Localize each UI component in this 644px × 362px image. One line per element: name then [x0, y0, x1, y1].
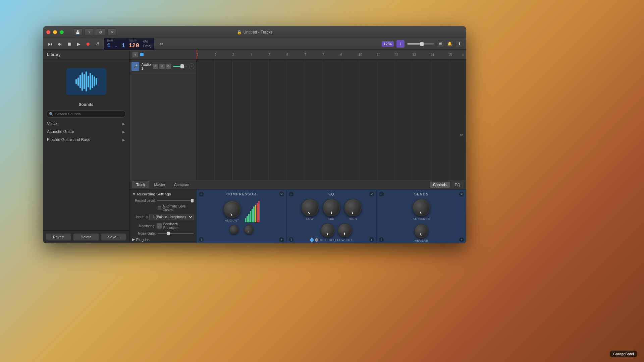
- record-button[interactable]: ⏺: [84, 40, 92, 48]
- timeline-content[interactable]: [197, 60, 466, 180]
- maximize-button[interactable]: [60, 30, 64, 34]
- master-volume-slider[interactable]: [407, 43, 434, 45]
- compressor-power-button[interactable]: ○: [199, 191, 204, 197]
- minimize-button[interactable]: [53, 30, 57, 34]
- eq-mid-node[interactable]: [315, 238, 318, 242]
- help-icon[interactable]: ?: [85, 28, 94, 36]
- tab-master[interactable]: Master: [150, 181, 169, 188]
- eq-high-knob[interactable]: [344, 199, 362, 216]
- eq-button[interactable]: EQ: [451, 182, 464, 188]
- sends-ambience-knob[interactable]: [413, 199, 430, 216]
- save-button[interactable]: Save...: [101, 233, 126, 241]
- library-header: Library: [43, 50, 129, 60]
- monitoring-icon[interactable]: 🎧: [157, 223, 162, 229]
- view-buttons: ⊞ 🔔 ⬆: [437, 41, 463, 47]
- track-header-area: + 1 2 3 4 5 6 7 8 9: [129, 50, 466, 60]
- plugins-header[interactable]: ▶ Plug-ins: [132, 237, 194, 242]
- compressor-amount-label: AMOUNT: [225, 219, 239, 222]
- library-item-acoustic[interactable]: Acoustic Guitar ▶: [43, 128, 129, 136]
- eq-low-knob[interactable]: [301, 199, 319, 216]
- sends-info-button[interactable]: i: [379, 237, 384, 242]
- compressor-knob2[interactable]: [229, 225, 239, 234]
- record-level-row: Record Level:: [132, 199, 194, 202]
- bottom-tabs: Track Master Compare Controls EQ ✏: [129, 180, 466, 189]
- settings-icon[interactable]: ⚙: [96, 28, 105, 36]
- tab-track[interactable]: Track: [132, 181, 149, 188]
- compressor-info-button[interactable]: i: [199, 237, 204, 242]
- record-level-thumb[interactable]: [191, 199, 194, 202]
- rewind-button[interactable]: ⏮: [46, 40, 54, 48]
- library-spacer: [43, 144, 129, 230]
- rs-triangle-icon[interactable]: ▼: [132, 192, 136, 196]
- compressor-section: ○ ✕ COMPRESSOR AMOUNT: [197, 189, 286, 243]
- bottom-pencil-icon[interactable]: ✏: [460, 132, 464, 137]
- compressor-amount-knob[interactable]: [223, 200, 241, 218]
- bar-10: 10: [358, 53, 362, 56]
- bar-2: 2: [215, 53, 217, 56]
- count-in-button[interactable]: 1234: [382, 41, 394, 47]
- revert-button[interactable]: Revert: [46, 233, 71, 241]
- compressor-knob3[interactable]: [244, 225, 254, 234]
- sends-reverb-knob[interactable]: [414, 224, 428, 238]
- sends-title: SENDS: [379, 192, 464, 196]
- play-button[interactable]: ▶: [74, 40, 83, 48]
- close-button[interactable]: [46, 30, 50, 34]
- zoom-button[interactable]: ⊞: [462, 53, 464, 56]
- compressor-expand-button[interactable]: +: [279, 237, 284, 242]
- eq-low-label: LOW: [306, 217, 314, 221]
- metronome-button[interactable]: ♩: [396, 40, 405, 48]
- controls-button[interactable]: Controls: [430, 182, 450, 188]
- bar-4: 4: [251, 53, 253, 56]
- eq-midfreq-group: MID FREQ: [320, 223, 336, 242]
- tab-compare[interactable]: Compare: [170, 181, 193, 188]
- save-icon[interactable]: 💾: [73, 28, 83, 36]
- track-volume-thumb[interactable]: [180, 64, 184, 68]
- noise-gate-thumb[interactable]: [167, 232, 170, 235]
- library-item-electric[interactable]: Electric Guitar and Bass ▶: [43, 136, 129, 144]
- add-track-button[interactable]: +: [132, 52, 138, 58]
- track-pan-knob[interactable]: ○: [189, 63, 194, 69]
- tracks-sidebar: 🎤 Audio 1 R M ⚙ ○: [129, 60, 197, 180]
- eq-mid-node-group: [315, 238, 318, 242]
- eq-mid-knob[interactable]: [323, 199, 340, 216]
- eq-close-button[interactable]: ✕: [369, 191, 374, 197]
- delete-button[interactable]: Delete: [73, 233, 99, 241]
- record-level-slider[interactable]: [157, 200, 194, 201]
- track-record-btn[interactable]: R: [153, 64, 158, 69]
- library-bottom-controls: Revert Delete Save...: [43, 230, 129, 243]
- track-settings-btn[interactable]: ⚙: [166, 64, 171, 69]
- search-input[interactable]: [46, 110, 126, 118]
- noise-gate-slider[interactable]: [158, 233, 194, 234]
- sends-close-button[interactable]: ✕: [459, 191, 464, 197]
- auto-level-checkbox[interactable]: [158, 206, 161, 210]
- garageband-label: GarageBand: [613, 352, 634, 356]
- snap-icon[interactable]: [140, 53, 144, 56]
- track-name: Audio 1: [141, 62, 151, 70]
- cycle-button[interactable]: ↺: [93, 40, 101, 48]
- notifications-button[interactable]: 🔔: [446, 41, 453, 47]
- track-mute-btn[interactable]: M: [159, 64, 165, 69]
- eq-midfreq-label: MID FREQ: [320, 238, 336, 242]
- sends-reverb-group: REVERB: [414, 224, 428, 242]
- eq-midfreq-knob[interactable]: [321, 223, 335, 237]
- close-icon[interactable]: ✕: [107, 28, 117, 36]
- track-volume-slider[interactable]: [173, 66, 187, 67]
- eq-lowcut-knob[interactable]: [338, 223, 352, 237]
- eq-mid-label: MID: [328, 217, 334, 221]
- input-select[interactable]: 1 (Built-in...icrophone): [149, 214, 194, 220]
- eq-expand-button[interactable]: +: [369, 237, 374, 242]
- eq-low-node[interactable]: [310, 238, 314, 242]
- sharing-button[interactable]: ⬆: [455, 41, 463, 47]
- sends-expand-button[interactable]: +: [459, 237, 464, 242]
- track-type-icon: 🎤: [131, 62, 139, 71]
- pencil-tool-btn[interactable]: ✏: [160, 41, 164, 47]
- master-volume-thumb[interactable]: [420, 42, 424, 46]
- stop-button[interactable]: ⏹: [65, 40, 73, 48]
- library-item-voice[interactable]: Voice ▶: [43, 120, 129, 128]
- sends-power-button[interactable]: ○: [379, 191, 384, 197]
- plugins-arrow[interactable]: ▶: [132, 237, 135, 242]
- eq-mid-group: MID: [323, 199, 340, 221]
- library-view-button[interactable]: ⊞: [437, 41, 444, 47]
- fast-forward-button[interactable]: ⏭: [56, 40, 64, 48]
- time-signature-display[interactable]: 4/4 Cmaj: [143, 40, 151, 48]
